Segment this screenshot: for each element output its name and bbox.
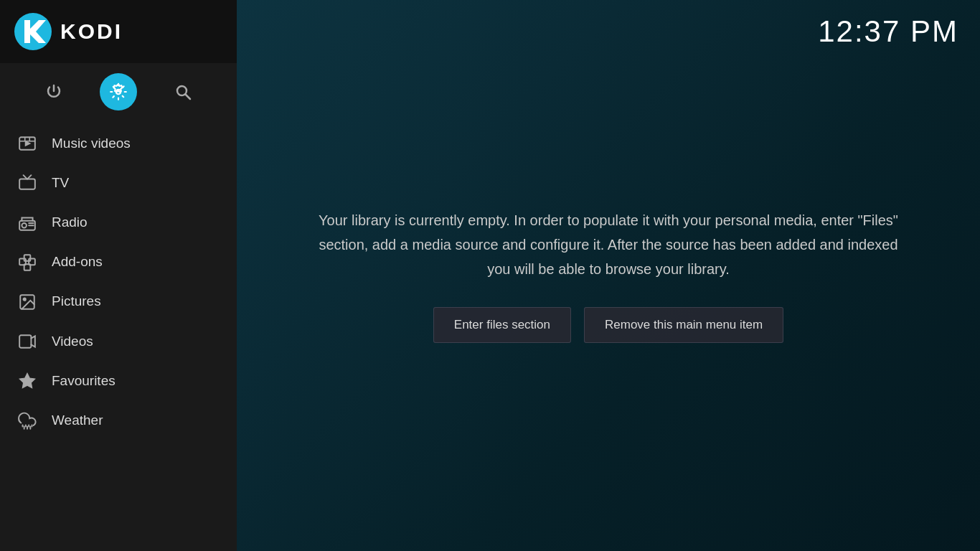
app-title: KODI <box>60 19 123 44</box>
sidebar-label-tv: TV <box>52 175 69 191</box>
sidebar-item-music-videos[interactable]: Music videos <box>0 123 237 163</box>
sidebar-item-addons[interactable]: Add-ons <box>0 242 237 282</box>
music-video-icon <box>17 133 37 153</box>
main-content: 12:37 PM Your library is currently empty… <box>237 0 980 551</box>
sidebar: KODI <box>0 0 237 551</box>
star-icon <box>17 371 37 390</box>
svg-line-4 <box>186 95 191 100</box>
sidebar-label-addons: Add-ons <box>52 254 103 270</box>
sidebar-item-favourites[interactable]: Favourites <box>0 361 237 400</box>
clock: 12:37 PM <box>818 14 958 49</box>
power-icon <box>45 83 62 100</box>
sidebar-label-music-videos: Music videos <box>52 136 131 151</box>
app-header: KODI <box>0 0 237 63</box>
sidebar-label-videos: Videos <box>52 334 93 349</box>
remove-menu-item-button[interactable]: Remove this main menu item <box>584 307 783 343</box>
sidebar-item-pictures[interactable]: Pictures <box>0 282 237 321</box>
power-button[interactable] <box>35 73 72 110</box>
sidebar-label-weather: Weather <box>52 413 103 428</box>
action-buttons: Enter files section Remove this main men… <box>433 307 783 343</box>
svg-rect-10 <box>19 179 35 189</box>
svg-marker-22 <box>19 373 35 388</box>
svg-point-20 <box>24 298 26 301</box>
control-bar <box>0 63 237 121</box>
tv-icon <box>17 173 37 192</box>
radio-icon <box>17 212 37 232</box>
empty-library-message: Your library is currently empty. In orde… <box>314 208 903 281</box>
sidebar-label-favourites: Favourites <box>52 373 116 389</box>
sidebar-item-videos[interactable]: Videos <box>0 321 237 361</box>
gear-icon <box>109 83 128 101</box>
video-icon <box>17 331 37 351</box>
sidebar-item-radio[interactable]: Radio <box>0 202 237 242</box>
search-icon <box>174 83 192 100</box>
settings-button[interactable] <box>100 73 137 110</box>
sidebar-label-pictures: Pictures <box>52 293 101 309</box>
sidebar-label-radio: Radio <box>52 215 88 230</box>
main-nav: Music videos TV Radio <box>0 121 237 551</box>
weather-icon <box>17 410 37 430</box>
enter-files-button[interactable]: Enter files section <box>433 307 571 343</box>
search-button[interactable] <box>164 73 202 110</box>
sidebar-item-weather[interactable]: Weather <box>0 400 237 440</box>
kodi-logo-icon <box>14 13 52 50</box>
svg-point-12 <box>22 223 27 228</box>
content-area: Your library is currently empty. In orde… <box>237 0 980 551</box>
picture-icon <box>17 292 37 311</box>
svg-rect-21 <box>19 335 31 347</box>
addon-icon <box>17 253 37 272</box>
sidebar-item-tv[interactable]: TV <box>0 163 237 202</box>
